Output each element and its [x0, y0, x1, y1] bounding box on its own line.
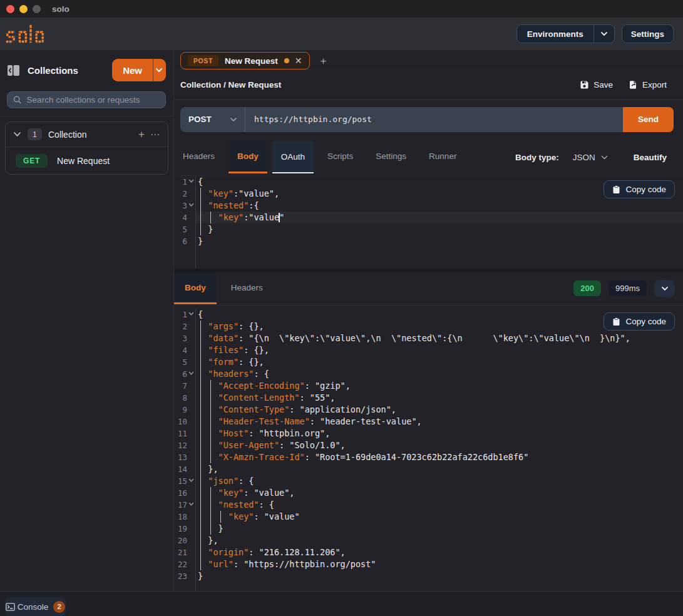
code-line[interactable]: 16 "key": "value", [174, 487, 683, 499]
zoom-window-button[interactable] [33, 5, 41, 13]
method-select[interactable]: POST [180, 107, 245, 132]
request-tab-body[interactable]: Body [229, 141, 267, 173]
main-panel: POST New Request ✕ + Collection / New Re… [174, 50, 683, 591]
add-tab-icon[interactable]: + [321, 56, 327, 66]
indent-guide [200, 404, 201, 416]
close-window-button[interactable] [6, 5, 14, 13]
request-tab-runner[interactable]: Runner [420, 141, 465, 173]
indent-guide [200, 558, 201, 570]
code-line[interactable]: 17 "nested": { [174, 499, 683, 511]
code-line[interactable]: 8 "Content-Length": "55", [174, 392, 683, 404]
fold-chevron-icon[interactable] [188, 502, 194, 506]
code-line[interactable]: 23} [174, 570, 683, 582]
fold-chevron-icon[interactable] [188, 371, 194, 376]
tab-title: New Request [225, 56, 278, 66]
indent-guide [210, 416, 211, 428]
line-number: 4 [174, 344, 196, 356]
environments-button[interactable]: Environments [516, 24, 615, 43]
response-tab-body[interactable]: Body [174, 272, 217, 304]
code-line[interactable]: 12 "User-Agent": "Solo/1.0", [174, 439, 683, 451]
code-text: "X-Amzn-Trace-Id": "Root=1-69de0a14-7023… [196, 451, 683, 463]
code-line[interactable]: 5 "form": {}, [174, 356, 683, 368]
request-tab[interactable]: POST New Request ✕ [180, 52, 310, 69]
code-line[interactable]: 3 "data": "{\n \"key\":\"value\",\n \"ne… [174, 332, 683, 344]
indent-guide [200, 212, 201, 223]
body-type-select[interactable]: JSON [573, 153, 608, 162]
code-text: "nested":{ [196, 200, 683, 212]
copy-code-button[interactable]: Copy code [603, 312, 675, 331]
code-line[interactable]: 13 "X-Amzn-Trace-Id": "Root=1-69de0a14-7… [174, 451, 683, 463]
export-button[interactable]: Export [629, 80, 667, 90]
indent-guide [220, 511, 221, 523]
environments-dropdown-toggle[interactable] [593, 25, 614, 43]
response-body-viewer[interactable]: Copy code 1{2 "args": {},3 "data": "{\n … [174, 305, 683, 591]
new-button[interactable]: New [112, 59, 166, 81]
code-line[interactable]: 18 "key": "value" [174, 511, 683, 523]
response-tab-headers[interactable]: Headers [220, 272, 274, 304]
collection-header[interactable]: 1 Collection + ⋯ [6, 122, 168, 146]
code-line[interactable]: 4 "key":"value" [174, 212, 683, 223]
fold-chevron-icon[interactable] [188, 478, 194, 483]
code-line[interactable]: 6 "headers": { [174, 368, 683, 380]
code-line[interactable]: 11 "Host": "httpbin.org", [174, 428, 683, 439]
breadcrumb-row: Collection / New Request Save Export [174, 70, 683, 100]
fold-chevron-icon[interactable] [188, 312, 194, 316]
fold-chevron-icon[interactable] [188, 179, 194, 183]
fold-chevron-icon[interactable] [188, 203, 194, 207]
minimize-window-button[interactable] [19, 5, 28, 13]
code-line[interactable]: 9 "Content-Type": "application/json", [174, 404, 683, 416]
status-badge: 200 [573, 280, 601, 296]
send-button[interactable]: Send [623, 107, 674, 132]
request-method-badge: GET [16, 154, 48, 168]
export-label: Export [642, 80, 667, 90]
code-text: "Header-Test-Name": "header-test-value", [196, 416, 683, 428]
code-line[interactable]: 3 "nested":{ [174, 200, 683, 212]
close-tab-icon[interactable]: ✕ [295, 56, 302, 65]
collection-menu-icon[interactable]: ⋯ [150, 130, 160, 139]
code-line[interactable]: 10 "Header-Test-Name": "header-test-valu… [174, 416, 683, 428]
chevron-down-icon[interactable] [13, 131, 21, 137]
code-line[interactable]: 15 "json": { [174, 475, 683, 487]
code-line[interactable]: 7 "Accept-Encoding": "gzip", [174, 380, 683, 392]
request-list-item[interactable]: GET New Request [6, 147, 168, 174]
code-text: } [196, 235, 683, 247]
response-time-badge: 999ms [609, 280, 647, 296]
response-collapse-button[interactable] [654, 280, 675, 297]
code-line[interactable]: 19 } [174, 523, 683, 535]
code-line[interactable]: 20 }, [174, 535, 683, 547]
line-number: 3 [174, 200, 196, 212]
line-number: 19 [174, 523, 196, 535]
code-line[interactable]: 5 } [174, 223, 683, 235]
url-input[interactable] [245, 107, 623, 132]
request-body-editor[interactable]: Copy code 1{2 "key":"value",3 "nested":{… [174, 176, 683, 269]
settings-button[interactable]: Settings [622, 24, 674, 43]
code-line[interactable]: 21 "origin": "216.128.11.206", [174, 547, 683, 558]
code-line[interactable]: 14 }, [174, 463, 683, 475]
code-line[interactable]: 6} [174, 235, 683, 247]
search-box[interactable] [7, 91, 166, 108]
request-tab-settings[interactable]: Settings [367, 141, 415, 173]
line-number: 23 [174, 570, 196, 582]
add-request-icon[interactable]: + [138, 129, 145, 140]
request-tab-scripts[interactable]: Scripts [319, 141, 362, 173]
beautify-button[interactable]: Beautify [634, 153, 667, 162]
code-line[interactable]: 4 "files": {}, [174, 344, 683, 356]
code-line[interactable]: 22 "url": "https://httpbin.org/post" [174, 558, 683, 570]
search-input[interactable] [27, 95, 160, 105]
code-text: "key": "value", [196, 487, 683, 499]
sidebar-toggle-icon[interactable] [8, 65, 19, 76]
save-button[interactable]: Save [580, 80, 613, 90]
new-dropdown-toggle[interactable] [153, 59, 166, 81]
request-tab-headers[interactable]: Headers [174, 141, 223, 173]
indent-guide [200, 487, 201, 499]
request-tab-oauth[interactable]: OAuth [272, 141, 314, 173]
line-number: 18 [174, 511, 196, 523]
sidebar-divider [0, 116, 173, 116]
indent-guide [200, 511, 201, 523]
method-value: POST [188, 115, 212, 124]
code-text: "url": "https://httpbin.org/post" [196, 558, 683, 570]
line-number: 14 [174, 463, 196, 475]
console-button[interactable]: Console 2 [5, 597, 66, 616]
tab-strip: POST New Request ✕ + [174, 50, 683, 70]
copy-code-button[interactable]: Copy code [603, 180, 675, 198]
